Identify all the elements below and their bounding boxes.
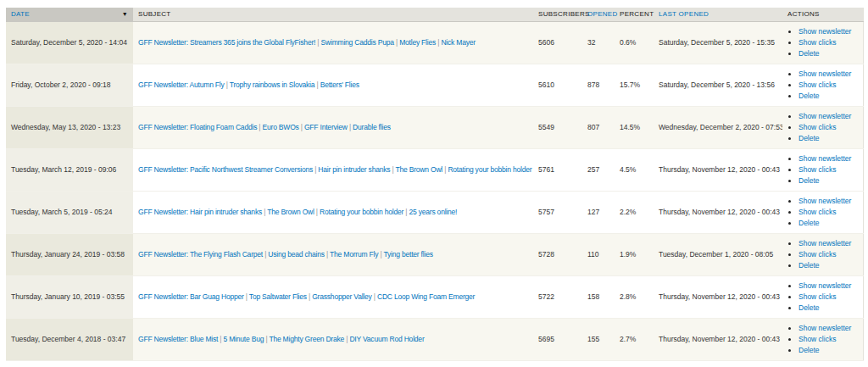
actions-list: Show newsletterShow clicksDelete bbox=[787, 323, 860, 356]
show-newsletter-link[interactable]: Show newsletter bbox=[798, 27, 851, 36]
pipe-separator: | bbox=[314, 208, 320, 216]
pipe-separator: | bbox=[344, 335, 349, 343]
delete-link[interactable]: Delete bbox=[798, 134, 820, 142]
opened-sort-link[interactable]: OPENED bbox=[587, 10, 618, 18]
opened-cell: 155 bbox=[582, 318, 615, 360]
action-item: Delete bbox=[798, 175, 860, 186]
show-newsletter-link[interactable]: Show newsletter bbox=[798, 239, 851, 247]
date-sort-link[interactable]: DATE bbox=[11, 10, 30, 18]
actions-cell: Show newsletterShow clicksDelete bbox=[782, 106, 863, 148]
date-cell: Saturday, December 5, 2020 - 14:04 bbox=[6, 21, 133, 64]
newsletter-row: Tuesday, December 4, 2018 - 03:47GFF New… bbox=[6, 318, 863, 360]
last-opened-sort-link[interactable]: LAST OPENED bbox=[659, 10, 709, 18]
actions-list: Show newsletterShow clicksDelete bbox=[787, 69, 860, 102]
delete-link[interactable]: Delete bbox=[798, 219, 820, 227]
newsletter-subject-link[interactable]: GFF Newsletter: Streamers 365 joins the … bbox=[138, 38, 476, 47]
action-item: Show clicks bbox=[798, 292, 860, 303]
action-item: Show clicks bbox=[798, 164, 860, 175]
newsletter-row: Friday, October 2, 2020 - 09:18GFF Newsl… bbox=[6, 64, 863, 106]
subscribers-cell: 5728 bbox=[533, 233, 582, 275]
actions-list: Show newsletterShow clicksDelete bbox=[787, 111, 860, 144]
action-item: Show clicks bbox=[798, 207, 860, 218]
pipe-separator: | bbox=[299, 123, 304, 131]
show-newsletter-link[interactable]: Show newsletter bbox=[798, 197, 851, 205]
subscribers-cell: 5610 bbox=[533, 64, 582, 106]
newsletter-subject-link[interactable]: GFF Newsletter: The Flying Flash Carpet … bbox=[138, 250, 433, 259]
action-item: Show newsletter bbox=[798, 26, 860, 37]
opened-cell: 32 bbox=[582, 21, 615, 64]
newsletter-admin-page: DATE ▼ SUBJECT SUBSCRIBERS OPENED PERCEN… bbox=[0, 0, 868, 361]
actions-cell: Show newsletterShow clicksDelete bbox=[782, 64, 863, 106]
pipe-separator: | bbox=[257, 123, 262, 131]
column-header-subject: SUBJECT bbox=[133, 8, 533, 21]
column-header-percent: PERCENT bbox=[615, 8, 654, 21]
action-item: Show newsletter bbox=[798, 111, 860, 122]
action-item: Show newsletter bbox=[798, 238, 860, 249]
pipe-separator: | bbox=[315, 38, 320, 47]
delete-link[interactable]: Delete bbox=[798, 176, 820, 185]
show-clicks-link[interactable]: Show clicks bbox=[798, 165, 836, 174]
show-clicks-link[interactable]: Show clicks bbox=[798, 123, 836, 131]
actions-cell: Show newsletterShow clicksDelete bbox=[782, 21, 863, 64]
opened-cell: 807 bbox=[582, 106, 615, 148]
show-clicks-link[interactable]: Show clicks bbox=[798, 250, 836, 259]
column-header-opened[interactable]: OPENED bbox=[582, 8, 615, 21]
show-clicks-link[interactable]: Show clicks bbox=[798, 81, 836, 89]
subject-cell: GFF Newsletter: Bar Guag Hopper | Top Sa… bbox=[133, 275, 533, 318]
delete-link[interactable]: Delete bbox=[798, 261, 820, 270]
last-opened-cell: Wednesday, December 2, 2020 - 07:53 bbox=[654, 106, 782, 148]
last-opened-cell: Thursday, November 12, 2020 - 00:43 bbox=[654, 148, 782, 191]
newsletter-subject-link[interactable]: GFF Newsletter: Blue Mist | 5 Minute Bug… bbox=[138, 335, 425, 343]
newsletter-row: Wednesday, May 13, 2020 - 13:23GFF Newsl… bbox=[6, 106, 863, 148]
newsletter-subject-link[interactable]: GFF Newsletter: Hair pin intruder shanks… bbox=[138, 208, 457, 216]
show-clicks-link[interactable]: Show clicks bbox=[798, 335, 836, 343]
newsletter-row: Tuesday, March 5, 2019 - 05:24GFF Newsle… bbox=[6, 191, 863, 233]
pipe-separator: | bbox=[262, 208, 267, 216]
pipe-separator: | bbox=[403, 208, 409, 216]
actions-cell: Show newsletterShow clicksDelete bbox=[782, 148, 863, 191]
last-opened-cell: Saturday, December 5, 2020 - 13:56 bbox=[654, 64, 782, 106]
percent-cell: 14.5% bbox=[615, 106, 654, 148]
show-newsletter-link[interactable]: Show newsletter bbox=[798, 70, 851, 78]
percent-cell: 1.9% bbox=[615, 233, 654, 275]
pipe-separator: | bbox=[372, 292, 377, 301]
delete-link[interactable]: Delete bbox=[798, 92, 820, 100]
show-clicks-link[interactable]: Show clicks bbox=[798, 292, 836, 301]
show-newsletter-link[interactable]: Show newsletter bbox=[798, 112, 851, 120]
newsletter-subject-link[interactable]: GFF Newsletter: Floating Foam Caddis | E… bbox=[138, 123, 391, 131]
delete-link[interactable]: Delete bbox=[798, 49, 820, 58]
subject-cell: GFF Newsletter: Floating Foam Caddis | E… bbox=[133, 106, 533, 148]
action-item: Delete bbox=[798, 303, 860, 314]
delete-link[interactable]: Delete bbox=[798, 346, 820, 354]
actions-cell: Show newsletterShow clicksDelete bbox=[782, 233, 863, 275]
percent-cell: 4.5% bbox=[615, 148, 654, 191]
pipe-separator: | bbox=[225, 81, 230, 89]
subscribers-cell: 5757 bbox=[533, 191, 582, 233]
show-clicks-link[interactable]: Show clicks bbox=[798, 208, 836, 216]
column-header-date[interactable]: DATE ▼ bbox=[6, 8, 133, 21]
subject-cell: GFF Newsletter: The Flying Flash Carpet … bbox=[133, 233, 533, 275]
actions-list: Show newsletterShow clicksDelete bbox=[787, 196, 860, 229]
date-cell: Thursday, January 10, 2019 - 03:55 bbox=[6, 275, 133, 318]
date-cell: Tuesday, March 12, 2019 - 09:06 bbox=[6, 148, 133, 191]
column-header-subscribers: SUBSCRIBERS bbox=[533, 8, 582, 21]
newsletter-subject-link[interactable]: GFF Newsletter: Pacific Northwest Stream… bbox=[138, 165, 531, 174]
action-item: Delete bbox=[798, 48, 860, 59]
show-newsletter-link[interactable]: Show newsletter bbox=[798, 154, 851, 163]
show-newsletter-link[interactable]: Show newsletter bbox=[798, 281, 851, 290]
column-header-actions: ACTIONS bbox=[782, 8, 863, 21]
delete-link[interactable]: Delete bbox=[798, 303, 820, 312]
action-item: Delete bbox=[798, 345, 860, 356]
show-clicks-link[interactable]: Show clicks bbox=[798, 38, 836, 47]
last-opened-cell: Thursday, November 12, 2020 - 00:43 bbox=[654, 191, 782, 233]
show-newsletter-link[interactable]: Show newsletter bbox=[798, 324, 851, 332]
pipe-separator: | bbox=[442, 165, 448, 174]
actions-list: Show newsletterShow clicksDelete bbox=[787, 281, 860, 314]
actions-list: Show newsletterShow clicksDelete bbox=[787, 238, 860, 271]
opened-cell: 110 bbox=[582, 233, 615, 275]
pipe-separator: | bbox=[263, 250, 268, 259]
newsletter-subject-link[interactable]: GFF Newsletter: Autumn Fly | Trophy rain… bbox=[138, 81, 359, 89]
column-header-last-opened[interactable]: LAST OPENED bbox=[654, 8, 782, 21]
newsletter-subject-link[interactable]: GFF Newsletter: Bar Guag Hopper | Top Sa… bbox=[138, 292, 475, 301]
actions-cell: Show newsletterShow clicksDelete bbox=[782, 275, 863, 318]
